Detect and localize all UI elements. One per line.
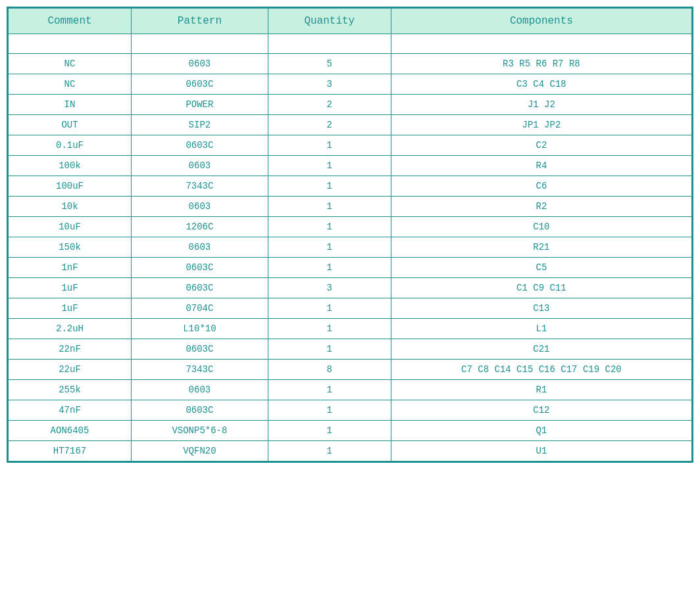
cell-components [391, 34, 691, 54]
cell-quantity: 1 [268, 421, 391, 441]
cell-components: R1 [391, 380, 691, 400]
table-row: 0.1uF0603C1C2 [9, 135, 692, 156]
cell-components: C6 [391, 176, 691, 197]
cell-comment: AON6405 [9, 421, 132, 441]
cell-quantity: 1 [268, 237, 391, 258]
table-row: 10k06031R2 [9, 197, 692, 217]
cell-components: JP1 JP2 [391, 115, 691, 135]
cell-pattern: 7343C [132, 176, 268, 197]
cell-pattern: 0603C [132, 135, 268, 156]
cell-pattern [132, 34, 268, 54]
cell-comment: 150k [9, 237, 132, 258]
table-row: NC06035R3 R5 R6 R7 R8 [9, 54, 692, 74]
cell-quantity: 1 [268, 319, 391, 339]
cell-comment: 100uF [9, 176, 132, 197]
table-row: 100uF7343C1C6 [9, 176, 692, 197]
cell-pattern: L10*10 [132, 319, 268, 339]
cell-pattern: 0603 [132, 54, 268, 74]
cell-quantity: 3 [268, 74, 391, 95]
header-row: Comment Pattern Quantity Components [9, 9, 692, 34]
cell-comment: 10k [9, 197, 132, 217]
cell-pattern: VSONP5*6-8 [132, 421, 268, 441]
cell-quantity: 1 [268, 217, 391, 237]
cell-comment: 47nF [9, 400, 132, 421]
cell-comment: 255k [9, 380, 132, 400]
cell-components: C3 C4 C18 [391, 74, 691, 95]
cell-pattern: 0603C [132, 339, 268, 360]
cell-comment: 2.2uH [9, 319, 132, 339]
table-row [9, 34, 692, 54]
cell-pattern: 0603C [132, 278, 268, 298]
cell-comment: 1uF [9, 278, 132, 298]
cell-pattern: SIP2 [132, 115, 268, 135]
cell-quantity: 1 [268, 156, 391, 176]
cell-pattern: POWER [132, 95, 268, 115]
cell-pattern: 0603C [132, 400, 268, 421]
table-row: 10uF1206C1C10 [9, 217, 692, 237]
cell-comment: 10uF [9, 217, 132, 237]
table-row: INPOWER2J1 J2 [9, 95, 692, 115]
table-body: NC06035R3 R5 R6 R7 R8NC0603C3C3 C4 C18IN… [9, 34, 692, 461]
cell-pattern: 0603 [132, 380, 268, 400]
cell-comment: 1uF [9, 298, 132, 319]
cell-components: J1 J2 [391, 95, 691, 115]
cell-comment: 0.1uF [9, 135, 132, 156]
cell-quantity: 5 [268, 54, 391, 74]
cell-pattern: 0603C [132, 74, 268, 95]
header-components: Components [391, 9, 691, 34]
cell-components: R21 [391, 237, 691, 258]
cell-comment: NC [9, 54, 132, 74]
cell-quantity: 8 [268, 360, 391, 380]
cell-quantity: 1 [268, 441, 391, 461]
cell-comment: NC [9, 74, 132, 95]
table-row: 255k06031R1 [9, 380, 692, 400]
table-row: AON6405VSONP5*6-81Q1 [9, 421, 692, 441]
header-pattern: Pattern [132, 9, 268, 34]
cell-quantity: 1 [268, 380, 391, 400]
bom-table: Comment Pattern Quantity Components NC06… [8, 8, 692, 461]
cell-pattern: 0603 [132, 197, 268, 217]
cell-comment: 1nF [9, 258, 132, 278]
table-row: 1nF0603C1C5 [9, 258, 692, 278]
cell-pattern: 0603C [132, 258, 268, 278]
cell-comment: 22uF [9, 360, 132, 380]
table-row: 47nF0603C1C12 [9, 400, 692, 421]
bom-table-container: Comment Pattern Quantity Components NC06… [7, 7, 693, 463]
cell-components: C12 [391, 400, 691, 421]
cell-pattern: 0603 [132, 237, 268, 258]
table-row: OUTSIP22JP1 JP2 [9, 115, 692, 135]
cell-quantity: 2 [268, 95, 391, 115]
header-comment: Comment [9, 9, 132, 34]
cell-quantity: 1 [268, 400, 391, 421]
cell-components: U1 [391, 441, 691, 461]
cell-components: C21 [391, 339, 691, 360]
table-row: 22nF0603C1C21 [9, 339, 692, 360]
cell-components: C7 C8 C14 C15 C16 C17 C19 C20 [391, 360, 691, 380]
cell-comment [9, 34, 132, 54]
cell-quantity: 1 [268, 197, 391, 217]
cell-comment: OUT [9, 115, 132, 135]
cell-comment: IN [9, 95, 132, 115]
cell-quantity: 1 [268, 298, 391, 319]
cell-quantity: 1 [268, 258, 391, 278]
cell-pattern: 0704C [132, 298, 268, 319]
table-row: 1uF0704C1C13 [9, 298, 692, 319]
table-row: 150k06031R21 [9, 237, 692, 258]
cell-components: C2 [391, 135, 691, 156]
cell-components: C10 [391, 217, 691, 237]
cell-comment: 100k [9, 156, 132, 176]
cell-comment: HT7167 [9, 441, 132, 461]
cell-quantity: 1 [268, 135, 391, 156]
cell-comment: 22nF [9, 339, 132, 360]
cell-pattern: 0603 [132, 156, 268, 176]
cell-quantity [268, 34, 391, 54]
cell-components: R4 [391, 156, 691, 176]
table-row: 2.2uHL10*101L1 [9, 319, 692, 339]
cell-quantity: 1 [268, 176, 391, 197]
cell-components: C1 C9 C11 [391, 278, 691, 298]
cell-components: Q1 [391, 421, 691, 441]
table-row: HT7167VQFN201U1 [9, 441, 692, 461]
cell-quantity: 1 [268, 339, 391, 360]
cell-pattern: 7343C [132, 360, 268, 380]
table-row: NC0603C3C3 C4 C18 [9, 74, 692, 95]
